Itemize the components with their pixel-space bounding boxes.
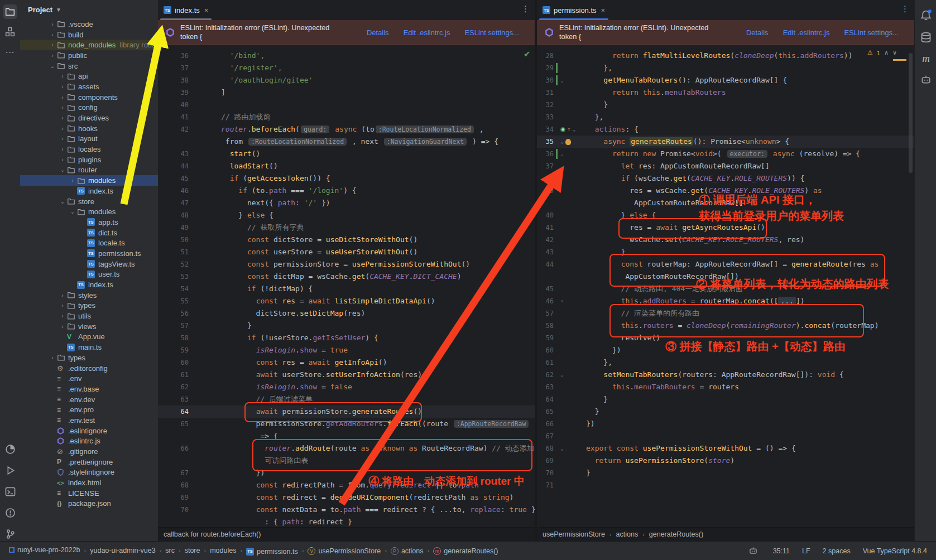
tree-item-permission-ts[interactable]: TSpermission.ts	[20, 248, 158, 259]
chevron-down-icon[interactable]: ⌄	[48, 63, 57, 69]
tab-options-icon[interactable]: ⋮	[521, 4, 530, 14]
next-problem-icon[interactable]: ∨	[892, 49, 897, 56]
tree-item-views[interactable]: ›views	[20, 321, 158, 332]
banner-eslint-settings-link[interactable]: ESLint settings...	[844, 28, 899, 37]
terminal-icon[interactable]	[3, 484, 17, 499]
tree-item--stylelintignore[interactable]: .stylelintignore	[20, 467, 158, 478]
status-widget[interactable]: LF	[802, 547, 810, 555]
breadcrumb-item[interactable]: generateRoutes()	[649, 530, 703, 538]
project-tree[interactable]: ›.vscode›build›node_moduleslibrary root›…	[20, 19, 158, 509]
status-widget[interactable]	[748, 547, 761, 555]
chevron-right-icon[interactable]: ›	[48, 355, 57, 361]
chevron-right-icon[interactable]: ›	[48, 42, 57, 48]
tab-options-icon[interactable]: ⋮	[901, 4, 910, 14]
tree-item--prettierignore[interactable]: P.prettierignore	[20, 457, 158, 467]
tree-item-hooks[interactable]: ›hooks	[20, 123, 158, 134]
close-icon[interactable]: ×	[601, 6, 606, 15]
tree-item-modules[interactable]: ›modules	[20, 175, 158, 186]
tab-index-ts[interactable]: TS index.ts ×	[158, 0, 214, 20]
chevron-right-icon[interactable]: ›	[68, 177, 77, 184]
status-widget[interactable]: 35:11	[773, 547, 790, 555]
tree-item-locale-ts[interactable]: TSlocale.ts	[20, 238, 158, 248]
status-path-item[interactable]: yudao-ui-admin-vue3	[90, 547, 155, 554]
tree-item--env[interactable]: ≡.env	[20, 373, 158, 384]
breadcrumb-item[interactable]: callback for router.beforeEach()	[164, 530, 261, 538]
chevron-right-icon[interactable]: ›	[58, 94, 67, 100]
breadcrumb[interactable]: callback for router.beforeEach()	[158, 527, 535, 541]
profiler-icon[interactable]	[3, 442, 17, 456]
status-path-item[interactable]: modules	[210, 547, 236, 554]
tree-item--env-dev[interactable]: ≡.env.dev	[20, 394, 158, 405]
tree-item-index-html[interactable]: <>index.html	[20, 477, 158, 488]
tree-item-assets[interactable]: ›assets	[20, 81, 158, 92]
git-branch-icon[interactable]	[3, 527, 17, 541]
tree-item-dict-ts[interactable]: TSdict.ts	[20, 228, 158, 238]
code-editor-permission-ts[interactable]: 28 return flatMultiLevelRoutes(cloneDeep…	[537, 45, 914, 527]
tree-item-directives[interactable]: ›directives	[20, 113, 158, 123]
ai-assistant-icon[interactable]	[919, 73, 933, 87]
override-marker-icon[interactable]: ●	[560, 127, 565, 132]
tree-item--env-pro[interactable]: ≡.env.pro	[20, 404, 158, 415]
chevron-right-icon[interactable]: ›	[58, 84, 67, 90]
status-path-item[interactable]: mgenerateRoutes()	[433, 547, 498, 555]
banner-eslint-settings-link[interactable]: ESLint settings...	[464, 28, 519, 37]
chevron-right-icon[interactable]: ›	[58, 157, 67, 163]
tree-item-api[interactable]: ›api	[20, 71, 158, 81]
project-folder-icon[interactable]	[3, 4, 17, 19]
tree-item-layout[interactable]: ›layout	[20, 134, 158, 144]
banner-details-link[interactable]: Details	[367, 28, 389, 37]
prev-problem-icon[interactable]: ∧	[884, 49, 889, 56]
tree-item--gitignore[interactable]: ⊘.gitignore	[20, 446, 158, 457]
chevron-right-icon[interactable]: ›	[58, 146, 67, 152]
chevron-right-icon[interactable]: ›	[58, 104, 67, 110]
banner-edit-eslintrc-link[interactable]: Edit .eslintrc.js	[783, 28, 830, 37]
tree-item-package-json[interactable]: {}package.json	[20, 499, 158, 509]
chevron-right-icon[interactable]: ›	[58, 73, 67, 79]
chevron-down-icon[interactable]: ⌄	[58, 199, 67, 205]
chevron-right-icon[interactable]: ›	[58, 302, 67, 308]
fold-collapse-icon[interactable]: ⌄	[560, 369, 564, 381]
status-right-widgets[interactable]: 35:11LF2 spacesVue TypeScript 4.8.4	[748, 547, 927, 555]
recursive-call-icon[interactable]: ↑	[567, 123, 571, 136]
notifications-icon[interactable]	[919, 8, 933, 22]
chevron-right-icon[interactable]: ›	[58, 136, 67, 142]
tree-item-index-ts[interactable]: TSindex.ts	[20, 186, 158, 196]
chevron-right-icon[interactable]: ›	[48, 32, 57, 38]
chevron-right-icon[interactable]: ›	[48, 52, 57, 59]
tree-item-utils[interactable]: ›utils	[20, 311, 158, 321]
chevron-right-icon[interactable]: ›	[58, 115, 67, 121]
tree-item-app-ts[interactable]: TSapp.ts	[20, 217, 158, 228]
tree-item-locales[interactable]: ›locales	[20, 144, 158, 155]
breadcrumb[interactable]: usePermissionStore›actions›generateRoute…	[537, 527, 914, 541]
chevron-down-icon[interactable]: ⌄	[58, 167, 67, 173]
fold-collapse-icon[interactable]: ⌄	[560, 148, 564, 160]
tree-item-plugins[interactable]: ›plugins	[20, 155, 158, 165]
tree-item-config[interactable]: ›config	[20, 103, 158, 113]
tree-item-types[interactable]: ›types	[20, 353, 158, 363]
tree-item-types[interactable]: ›types	[20, 301, 158, 311]
run-icon[interactable]	[3, 463, 17, 477]
status-path-item[interactable]: Pactions	[391, 547, 424, 555]
tree-item--env-base[interactable]: ≡.env.base	[20, 384, 158, 394]
status-breadcrumb[interactable]: ruoyi-vue-pro-2022b›yudao-ui-admin-vue3›…	[9, 546, 498, 556]
status-path-item[interactable]: TSpermission.ts	[246, 548, 298, 556]
chevron-right-icon[interactable]: ›	[58, 324, 67, 330]
project-panel-header[interactable]: Project ▼	[20, 0, 158, 19]
tree-item--editorconfig[interactable]: ⚙.editorconfig	[20, 363, 158, 374]
structure-icon[interactable]	[3, 25, 17, 39]
fold-collapse-icon[interactable]: ⌄	[560, 442, 564, 455]
tree-item-components[interactable]: ›components	[20, 92, 158, 103]
status-path-item[interactable]: src	[165, 547, 175, 554]
inspections-widget[interactable]: ⚠ 1 ∧ ∨	[867, 49, 897, 56]
fold-collapse-icon[interactable]: ⌄	[560, 74, 564, 86]
fold-expand-icon[interactable]: ›	[560, 295, 564, 307]
status-path-item[interactable]: ruoyi-vue-pro-2022b	[9, 546, 80, 554]
more-icon[interactable]: ⋯	[3, 45, 17, 59]
status-widget[interactable]: Vue TypeScript 4.8.4	[863, 547, 927, 555]
tree-item-build[interactable]: ›build	[20, 30, 158, 40]
maven-icon[interactable]: m	[919, 51, 933, 66]
tree-item--eslintrc-js[interactable]: .eslintrc.js	[20, 436, 158, 447]
chevron-right-icon[interactable]: ›	[58, 125, 67, 132]
tree-item-index-ts[interactable]: TSindex.ts	[20, 279, 158, 290]
tree-item-styles[interactable]: ›styles	[20, 290, 158, 301]
